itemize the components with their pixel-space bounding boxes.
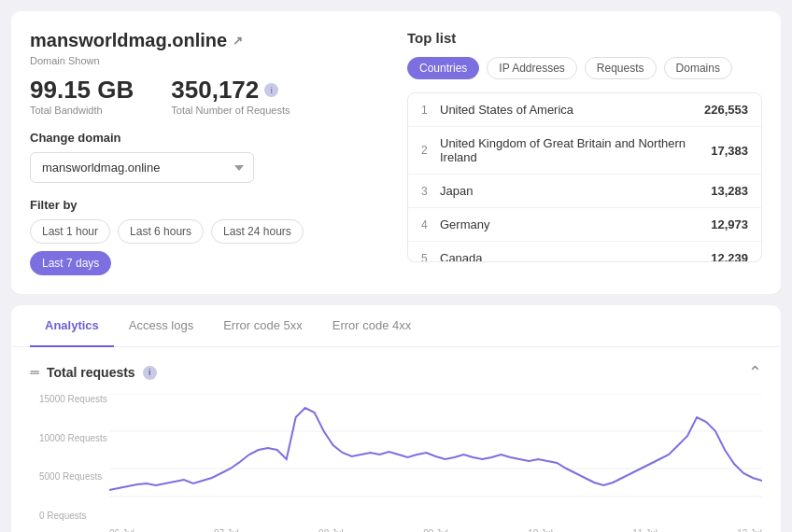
chart-info-icon: i xyxy=(143,366,157,380)
tab-domains[interactable]: Domains xyxy=(664,57,732,79)
collapse-icon[interactable]: ⌃ xyxy=(748,362,762,383)
chart-area: 15000 Requests 10000 Requests 5000 Reque… xyxy=(39,394,762,532)
chart-y-labels: 15000 Requests 10000 Requests 5000 Reque… xyxy=(39,394,107,532)
requests-stat: 350,172 i Total Number of Requests xyxy=(171,76,290,116)
x-label-09jul: 09 Jul xyxy=(423,528,448,532)
table-row: 3 Japan 13,283 xyxy=(408,175,761,208)
tab-access-logs[interactable]: Access logs xyxy=(114,305,208,347)
y-label-15000: 15000 Requests xyxy=(39,394,107,404)
top-list-scroll[interactable]: 1 United States of America 226,553 2 Uni… xyxy=(408,93,761,261)
country-3: Japan xyxy=(440,184,711,198)
rank-1: 1 xyxy=(421,104,440,117)
bandwidth-value: 99.15 GB xyxy=(30,76,134,105)
filter-last-7-days[interactable]: Last 7 days xyxy=(30,251,111,275)
top-list-tabs: Countries IP Addresses Requests Domains xyxy=(407,57,762,79)
x-label-08jul: 08 Jul xyxy=(318,528,344,532)
value-2: 17,383 xyxy=(711,144,748,158)
rank-5: 5 xyxy=(421,252,440,262)
chart-title: ⎓ Total requests i xyxy=(30,364,157,381)
filter-last-24-hours[interactable]: Last 24 hours xyxy=(211,219,304,244)
domain-title: mansworldmag.online ↗ xyxy=(30,30,385,51)
x-label-10jul: 10 Jul xyxy=(528,528,553,532)
tab-error-4xx[interactable]: Error code 4xx xyxy=(318,305,427,347)
chart-title-text: Total requests xyxy=(47,365,135,380)
country-5: Canada xyxy=(440,251,711,261)
chart-header: ⎓ Total requests i ⌃ xyxy=(30,362,762,383)
y-label-0: 0 Requests xyxy=(39,511,107,521)
country-2: United Kingdom of Great Britain and Nort… xyxy=(440,136,711,164)
requests-label: Total Number of Requests xyxy=(171,105,290,116)
analytics-card: Analytics Access logs Error code 5xx Err… xyxy=(11,305,781,532)
y-label-10000: 10000 Requests xyxy=(39,433,107,443)
external-link-icon: ↗ xyxy=(233,34,243,48)
table-row: 5 Canada 12,239 xyxy=(408,242,761,261)
rank-3: 3 xyxy=(421,185,440,198)
x-label-07jul: 07 Jul xyxy=(214,528,239,532)
filter-last-1-hour[interactable]: Last 1 hour xyxy=(30,219,110,244)
table-row: 1 United States of America 226,553 xyxy=(408,93,761,127)
bandwidth-stat: 99.15 GB Total Bandwidth xyxy=(30,76,134,116)
tab-countries[interactable]: Countries xyxy=(407,57,479,79)
left-panel: mansworldmag.online ↗ Domain Shown 99.15… xyxy=(30,30,385,275)
domain-shown-label: Domain Shown xyxy=(30,55,385,66)
tab-analytics[interactable]: Analytics xyxy=(30,305,114,347)
change-domain-label: Change domain xyxy=(30,131,385,145)
chart-section: ⎓ Total requests i ⌃ 15000 Requests 1000… xyxy=(11,347,781,532)
country-4: Germany xyxy=(440,217,711,231)
x-labels: 06 Jul 07 Jul 08 Jul 09 Jul 10 Jul 11 Ju… xyxy=(109,528,762,532)
chart-svg-container xyxy=(109,394,762,525)
x-label-11jul: 11 Jul xyxy=(632,528,658,532)
table-row: 4 Germany 12,973 xyxy=(408,208,761,242)
filter-label: Filter by xyxy=(30,198,385,212)
value-5: 12,239 xyxy=(711,251,748,261)
right-panel: Top list Countries IP Addresses Requests… xyxy=(407,30,762,275)
domain-select[interactable]: mansworldmag.online xyxy=(30,152,254,183)
main-card: mansworldmag.online ↗ Domain Shown 99.15… xyxy=(11,11,781,294)
value-4: 12,973 xyxy=(711,217,748,231)
top-list-container: 1 United States of America 226,553 2 Uni… xyxy=(407,92,762,262)
stats-row: 99.15 GB Total Bandwidth 350,172 i Total… xyxy=(30,76,385,116)
analytics-tabs: Analytics Access logs Error code 5xx Err… xyxy=(11,305,781,347)
table-row: 2 United Kingdom of Great Britain and No… xyxy=(408,127,761,175)
chart-svg xyxy=(109,394,762,506)
y-label-5000: 5000 Requests xyxy=(39,471,107,482)
domain-name: mansworldmag.online xyxy=(30,30,227,51)
rank-2: 2 xyxy=(421,144,440,157)
requests-value: 350,172 i xyxy=(171,76,290,105)
top-list-title: Top list xyxy=(407,30,762,46)
value-3: 13,283 xyxy=(711,184,748,198)
rank-4: 4 xyxy=(421,218,440,231)
filter-buttons: Last 1 hour Last 6 hours Last 24 hours L… xyxy=(30,219,385,275)
country-1: United States of America xyxy=(440,103,704,117)
value-1: 226,553 xyxy=(704,103,748,117)
tab-error-5xx[interactable]: Error code 5xx xyxy=(208,305,318,347)
x-label-12jul: 12 Jul xyxy=(737,528,762,532)
x-label-06jul: 06 Jul xyxy=(109,528,134,532)
bandwidth-label: Total Bandwidth xyxy=(30,105,134,116)
tab-ip-addresses[interactable]: IP Addresses xyxy=(487,57,577,79)
requests-info-icon: i xyxy=(264,83,278,97)
filter-last-6-hours[interactable]: Last 6 hours xyxy=(118,219,204,244)
tab-requests[interactable]: Requests xyxy=(585,57,657,79)
chart-bar-icon: ⎓ xyxy=(30,364,39,381)
